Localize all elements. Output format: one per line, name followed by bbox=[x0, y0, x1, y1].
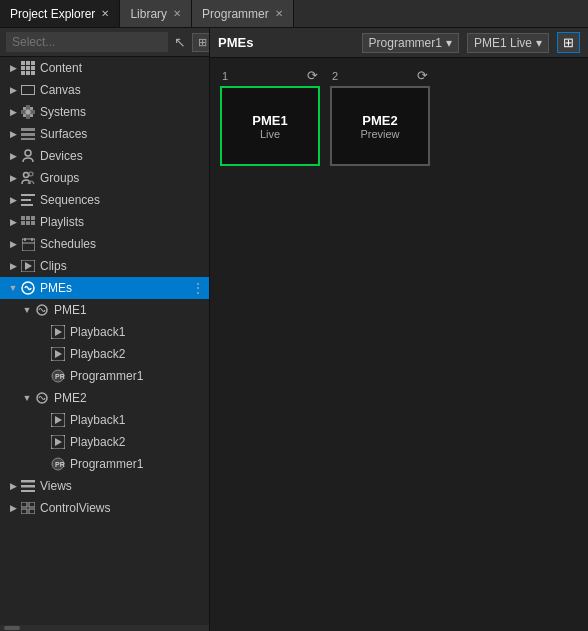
tab-close-icon[interactable]: ✕ bbox=[101, 8, 109, 19]
clips-icon bbox=[20, 258, 36, 274]
pme-card-2-header: 2 ⟳ bbox=[330, 68, 430, 83]
expand-arrow: ▶ bbox=[6, 481, 20, 491]
pme-card-1-num: 1 bbox=[222, 70, 228, 82]
sidebar-item-pme2[interactable]: ▼ PME2 bbox=[0, 387, 209, 409]
grid-icon bbox=[20, 60, 36, 76]
grid-view-btn[interactable]: ⊞ bbox=[557, 32, 580, 53]
svg-rect-44 bbox=[21, 485, 35, 488]
expand-arrow: ▶ bbox=[6, 63, 20, 73]
pme-mode-btn[interactable]: ⊞ bbox=[192, 33, 210, 52]
playback-icon bbox=[50, 434, 66, 450]
svg-marker-38 bbox=[55, 416, 62, 424]
sidebar-item-label: PME2 bbox=[54, 391, 87, 405]
content-title: PMEs bbox=[218, 35, 253, 50]
tab-label: Project Explorer bbox=[10, 7, 95, 21]
sidebar-item-label: Programmer1 bbox=[70, 369, 143, 383]
expand-arrow: ▶ bbox=[6, 173, 20, 183]
sidebar-item-label: Surfaces bbox=[40, 127, 87, 141]
pme-card-1-refresh-icon[interactable]: ⟳ bbox=[307, 68, 318, 83]
tab-library[interactable]: Library ✕ bbox=[120, 0, 192, 27]
sidebar-item-pme1-playback1[interactable]: ▶ Playback1 bbox=[0, 321, 209, 343]
sidebar-item-schedules[interactable]: ▶ Schedules bbox=[0, 233, 209, 255]
groups-icon bbox=[20, 170, 36, 186]
sidebar-item-views[interactable]: ▶ Views bbox=[0, 475, 209, 497]
sidebar-item-systems[interactable]: ▶ Systems bbox=[0, 101, 209, 123]
pme-card-2-refresh-icon[interactable]: ⟳ bbox=[417, 68, 428, 83]
sidebar-item-pme2-programmer1[interactable]: ▶ PR Programmer1 bbox=[0, 453, 209, 475]
svg-marker-27 bbox=[25, 262, 32, 270]
sidebar-item-surfaces[interactable]: ▶ Surfaces bbox=[0, 123, 209, 145]
expand-arrow: ▶ bbox=[6, 217, 20, 227]
sidebar: ↖ ⊞ ▶ Content ▶ Canvas bbox=[0, 28, 210, 631]
scroll-controls bbox=[0, 625, 209, 631]
svg-rect-14 bbox=[21, 199, 31, 201]
sidebar-item-pme2-playback2[interactable]: ▶ Playback2 bbox=[0, 431, 209, 453]
sidebar-item-label: Schedules bbox=[40, 237, 96, 251]
svg-rect-22 bbox=[22, 239, 35, 251]
programmer-icon: PR bbox=[50, 456, 66, 472]
expand-arrow: ▶ bbox=[6, 195, 20, 205]
sidebar-item-label: ControlViews bbox=[40, 501, 110, 515]
sidebar-item-pme1-programmer1[interactable]: ▶ PR Programmer1 bbox=[0, 365, 209, 387]
sidebar-item-pmes[interactable]: ▼ PMEs ⋮ bbox=[0, 277, 209, 299]
live-dropdown-label: PME1 Live bbox=[474, 36, 532, 50]
tab-close-icon[interactable]: ✕ bbox=[173, 8, 181, 19]
sidebar-item-label: Canvas bbox=[40, 83, 81, 97]
views-icon bbox=[20, 478, 36, 494]
tab-programmer[interactable]: Programmer ✕ bbox=[192, 0, 294, 27]
tab-project-explorer[interactable]: Project Explorer ✕ bbox=[0, 0, 120, 27]
pme-tile-1[interactable]: PME1 Live bbox=[220, 86, 320, 166]
search-input[interactable] bbox=[6, 32, 168, 52]
programmer-dropdown[interactable]: Programmer1 ▾ bbox=[362, 33, 459, 53]
main-layout: ↖ ⊞ ▶ Content ▶ Canvas bbox=[0, 28, 588, 631]
live-dropdown[interactable]: PME1 Live ▾ bbox=[467, 33, 549, 53]
pme-tile-2[interactable]: PME2 Preview bbox=[330, 86, 430, 166]
svg-marker-31 bbox=[55, 328, 62, 336]
expand-arrow: ▶ bbox=[6, 239, 20, 249]
controlviews-icon bbox=[20, 500, 36, 516]
sidebar-item-canvas[interactable]: ▶ Canvas bbox=[0, 79, 209, 101]
svg-point-11 bbox=[24, 173, 29, 178]
svg-rect-21 bbox=[31, 221, 35, 225]
sidebar-item-playlists[interactable]: ▶ Playlists bbox=[0, 211, 209, 233]
cursor-icon-btn[interactable]: ↖ bbox=[172, 32, 188, 52]
tab-close-icon[interactable]: ✕ bbox=[275, 8, 283, 19]
sidebar-item-controlviews[interactable]: ▶ ControlViews bbox=[0, 497, 209, 519]
expand-arrow: ▼ bbox=[20, 305, 34, 315]
sidebar-item-pme1[interactable]: ▼ PME1 bbox=[0, 299, 209, 321]
sidebar-item-pme2-playback1[interactable]: ▶ Playback1 bbox=[0, 409, 209, 431]
svg-rect-19 bbox=[21, 221, 25, 225]
sidebar-item-devices[interactable]: ▶ Devices bbox=[0, 145, 209, 167]
sidebar-item-label: Clips bbox=[40, 259, 67, 273]
pme-tile-2-status: Preview bbox=[360, 128, 399, 140]
playlists-icon bbox=[20, 214, 36, 230]
svg-rect-47 bbox=[29, 502, 35, 507]
sidebar-item-sequences[interactable]: ▶ Sequences bbox=[0, 189, 209, 211]
sidebar-item-clips[interactable]: ▶ Clips bbox=[0, 255, 209, 277]
pme-tile-1-status: Live bbox=[260, 128, 280, 140]
sidebar-item-groups[interactable]: ▶ Groups bbox=[0, 167, 209, 189]
sidebar-item-label: Playlists bbox=[40, 215, 84, 229]
programmer-dropdown-label: Programmer1 bbox=[369, 36, 442, 50]
sidebar-item-label: Content bbox=[40, 61, 82, 75]
scroll-down-btn[interactable] bbox=[4, 626, 20, 630]
sidebar-item-label: Programmer1 bbox=[70, 457, 143, 471]
chevron-down-icon: ▾ bbox=[446, 36, 452, 50]
playback-icon bbox=[50, 346, 66, 362]
context-menu-dots[interactable]: ⋮ bbox=[191, 280, 205, 296]
expand-arrow: ▶ bbox=[6, 85, 20, 95]
expand-arrow: ▶ bbox=[6, 261, 20, 271]
schedules-icon bbox=[20, 236, 36, 252]
search-bar: ↖ ⊞ bbox=[0, 28, 209, 57]
svg-rect-16 bbox=[21, 216, 25, 220]
devices-icon bbox=[20, 148, 36, 164]
svg-point-6 bbox=[26, 110, 31, 115]
tab-label: Programmer bbox=[202, 7, 269, 21]
svg-rect-18 bbox=[31, 216, 35, 220]
sidebar-item-pme1-playback2[interactable]: ▶ Playback2 bbox=[0, 343, 209, 365]
svg-rect-13 bbox=[21, 194, 35, 196]
sidebar-item-content[interactable]: ▶ Content bbox=[0, 57, 209, 79]
programmer-icon: PR bbox=[50, 368, 66, 384]
expand-arrow: ▶ bbox=[6, 129, 20, 139]
svg-marker-40 bbox=[55, 438, 62, 446]
